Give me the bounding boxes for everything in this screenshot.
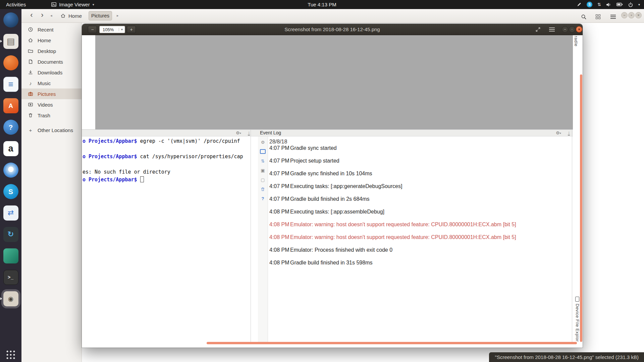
menu-icon[interactable] [610,15,616,20]
dock-item-screenshot-tool[interactable]: ◉ [0,288,21,309]
zoom-in-button[interactable]: + [127,26,136,33]
panel-divider [251,129,251,342]
horizontal-scrollbar[interactable] [207,342,577,344]
dock-item-skype[interactable]: S [0,181,21,202]
camera-icon [28,91,33,97]
input-method-icon[interactable] [577,2,582,7]
dock-item-files[interactable]: ▤ [0,31,21,52]
power-icon[interactable] [628,2,633,7]
dock-item-transfer-app[interactable]: ⇄ [0,202,21,224]
network-icon[interactable]: ⇅ [597,2,601,7]
breadcrumb-current[interactable]: Pictures [89,11,112,20]
app-icon: >_ [3,270,18,285]
zoom-out-button[interactable]: − [88,26,97,33]
sidebar-item-desktop[interactable]: Desktop [21,46,82,56]
sidebar-item-pictures[interactable]: Pictures [21,88,82,99]
terminal-lines: o Projects/Appbar$ egrep -c '(vmx|svm)' … [83,137,250,184]
clock[interactable]: Tue 4:13 PM [308,2,336,7]
event-log-entry: 4:07 PMGradle sync started [269,145,572,151]
terminal-prompt: o Projects/Appbar$ [83,154,137,160]
sidebar-item-label: Videos [38,102,53,108]
files-status-bar: "Screenshot from 2018-08-28 16-12-45.png… [489,352,644,362]
terminal-line [83,161,250,168]
files-minimize-button[interactable]: − [621,12,628,18]
breadcrumb-right-icon[interactable]: ▸ [117,13,119,18]
maximize-button[interactable]: ▫ [569,26,575,33]
show-applications-button[interactable] [7,351,15,359]
zoom-select[interactable]: 105% ▾ [99,26,125,33]
event-time: 4:08 PM [269,221,290,228]
sidebar-item-label: Pictures [38,91,56,97]
close-button[interactable]: × [576,26,582,33]
event-time: 4:08 PM [269,234,290,240]
download-icon: ↓ [568,130,570,135]
event-message: Gradle sync started [290,145,337,151]
breadcrumb-home[interactable]: Home [56,11,86,20]
dock-item-software-store[interactable]: A [0,95,21,116]
app-menu[interactable]: Image Viewer ▾ [51,2,94,7]
event-message: Project setup started [290,158,339,164]
minimize-button[interactable]: − [562,26,568,33]
app-icon: ↻ [3,227,18,242]
skype-tray-icon[interactable]: S [587,2,592,7]
event-message: Gradle sync finished in 10s 104ms [290,171,372,176]
sidebar-item-downloads[interactable]: Downloads [21,67,82,78]
search-icon[interactable] [581,14,587,20]
dock-item-browser[interactable] [0,9,21,31]
event-time: 4:07 PM [269,196,290,202]
back-button[interactable]: ‹ [27,10,36,20]
event-time: 4:07 PM [269,183,290,189]
breadcrumb-left-icon[interactable]: ◂ [50,13,52,18]
zoom-level: 105% [100,27,119,32]
plus-icon: + [28,127,33,133]
sidebar-item-home[interactable]: Home [21,35,82,46]
dock-item-help[interactable]: ? [0,116,21,138]
trash-icon [28,113,33,118]
forward-button[interactable]: › [38,10,47,20]
viewer-titlebar[interactable]: − 105% ▾ + Screenshot from 2018-08-28 16… [82,24,583,35]
dock-item-dark-utility[interactable]: ↻ [0,224,21,245]
viewed-image: ⚙▾ ↓ Event Log ⚙▾ ↓ o Projects/Appbar$ e… [82,35,583,348]
chevron-down-icon[interactable]: ▾ [638,3,640,6]
volume-icon[interactable] [606,2,611,7]
home-icon [60,13,66,18]
gear-icon: ⚙▾ [236,130,241,136]
app-icon-glyph: ◉ [8,296,14,302]
dock-item-document-app[interactable]: ≡ [0,73,21,95]
activities-button[interactable]: Activities [6,2,26,7]
sidebar-item-videos[interactable]: Videos [21,99,82,110]
image-region-gray [95,35,573,129]
menu-icon[interactable] [549,27,555,33]
sidebar-item-documents[interactable]: Documents [21,56,82,67]
vertical-scrollbar[interactable] [580,74,582,342]
dock-item-amazon[interactable]: a [0,138,21,159]
folder-icon [28,48,33,54]
files-maximize-button[interactable]: ▫ [628,12,635,18]
sidebar-item-recent[interactable]: Recent [21,24,82,35]
view-grid-icon[interactable] [596,14,601,19]
sidebar-item-trash[interactable]: Trash [21,110,82,121]
sidebar-item-label: Home [38,38,51,43]
event-message: Emulator: warning: host doesn't support … [290,222,516,227]
gear-icon: ⚙▾ [556,130,561,136]
terminal-prompt: o Projects/Appbar$ [83,138,137,144]
dock-item-green-app[interactable] [0,245,21,266]
sidebar-item-label: Trash [38,113,50,118]
document-icon [28,59,33,64]
dock-item-terminal[interactable]: >_ [0,266,21,288]
device-tab-label: Device File Explor [575,304,580,342]
sidebar-item-music[interactable]: ♪ Music [21,78,82,88]
sidebar-item-other-locations[interactable]: + Other Locations [21,125,82,135]
event-time: 4:08 PM [269,247,290,253]
system-tray: S ⇅ ▾ [577,0,640,9]
terminal-command: es: No such file or directory [83,169,170,175]
terminal-line [83,145,250,153]
dock-item-ubuntu-software[interactable] [0,52,21,73]
app-icon-glyph: ▤ [7,37,15,46]
battery-icon[interactable] [616,3,623,6]
terminal-command: egrep -c '(vmx|svm)' /proc/cpuinf [137,138,240,144]
fullscreen-icon[interactable] [535,27,541,32]
event-time: 4:08 PM [269,259,290,266]
files-close-button[interactable]: × [635,12,642,18]
dock-item-chromium[interactable] [0,159,21,181]
